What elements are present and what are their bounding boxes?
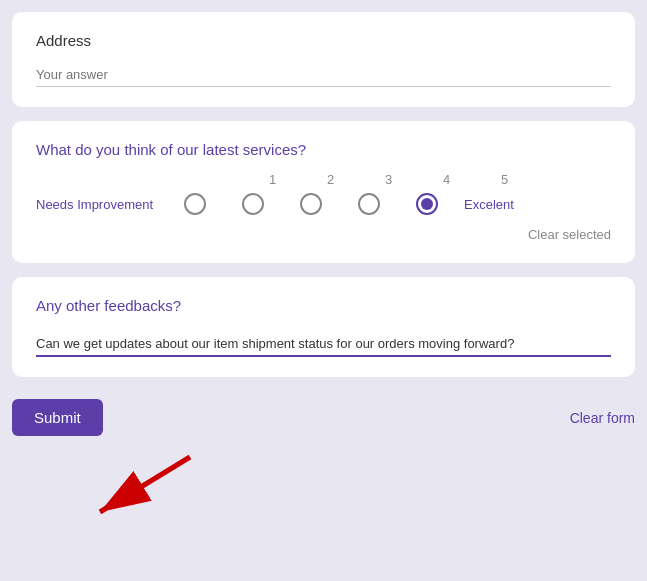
radio-option-3[interactable]: [282, 193, 340, 215]
feedback-question: Any other feedbacks?: [36, 297, 611, 314]
radio-option-4[interactable]: [340, 193, 398, 215]
radio-3[interactable]: [300, 193, 322, 215]
rating-label-left: Needs Improvement: [36, 197, 166, 212]
bottom-bar: Submit Clear form: [12, 391, 635, 444]
rating-question: What do you think of our latest services…: [36, 141, 611, 158]
rating-section: 1 2 3 4 5 Needs Improvement: [36, 172, 611, 215]
radio-2[interactable]: [242, 193, 264, 215]
radio-option-2[interactable]: [224, 193, 282, 215]
rating-num-5: 5: [476, 172, 534, 187]
feedback-card: Any other feedbacks?: [12, 277, 635, 377]
radio-1[interactable]: [184, 193, 206, 215]
rating-card: What do you think of our latest services…: [12, 121, 635, 263]
rating-num-3: 3: [360, 172, 418, 187]
radio-options: [166, 193, 456, 215]
rating-num-1: 1: [244, 172, 302, 187]
clear-form-link[interactable]: Clear form: [570, 410, 635, 426]
address-card: Address: [12, 12, 635, 107]
arrow-overlay: [80, 447, 200, 531]
address-title: Address: [36, 32, 611, 49]
radio-4[interactable]: [358, 193, 380, 215]
clear-selected-container: Clear selected: [36, 225, 611, 243]
radio-option-1[interactable]: [166, 193, 224, 215]
clear-selected-link[interactable]: Clear selected: [528, 227, 611, 242]
submit-button[interactable]: Submit: [12, 399, 103, 436]
feedback-input[interactable]: [36, 332, 611, 357]
rating-num-4: 4: [418, 172, 476, 187]
rating-numbers: 1 2 3 4 5: [114, 172, 534, 187]
svg-line-1: [100, 457, 190, 512]
address-input[interactable]: [36, 63, 611, 87]
rating-label-right: Excelent: [464, 197, 514, 212]
rating-row: Needs Improvement Excelent: [36, 193, 611, 215]
rating-num-2: 2: [302, 172, 360, 187]
radio-option-5[interactable]: [398, 193, 456, 215]
radio-5[interactable]: [416, 193, 438, 215]
